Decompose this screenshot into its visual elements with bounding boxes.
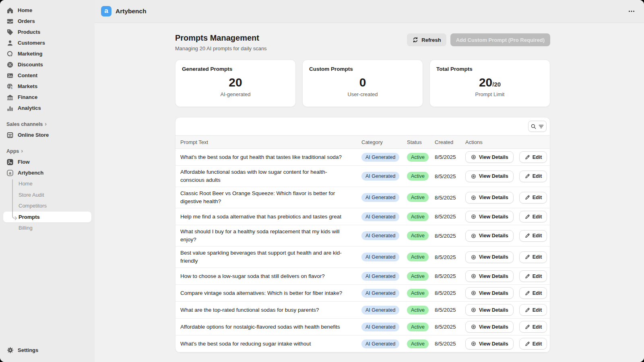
edit-pencil-icon [524, 324, 530, 330]
sidebar-item-home[interactable]: Home [3, 5, 91, 16]
view-details-label: View Details [479, 324, 508, 330]
view-details-label: View Details [479, 233, 508, 239]
sidebar-subitem-store-audit[interactable]: Store Audit [3, 189, 91, 201]
table-row: What should I buy for a healthy soda rep… [175, 225, 550, 247]
sidebar-item-settings[interactable]: Settings [3, 345, 91, 356]
page-content: Prompts Management Managing 20 AI prompt… [95, 23, 644, 362]
sidebar-subitem-home[interactable]: Home [3, 178, 91, 189]
content-icon [6, 72, 14, 79]
apps-label: Apps [6, 148, 19, 154]
view-details-button[interactable]: View Details [465, 338, 514, 350]
sidebar-item-flow[interactable]: Flow [3, 156, 91, 167]
sidebar-item-finance[interactable]: Finance [3, 92, 91, 103]
status-badge: Active [407, 153, 429, 162]
view-details-button[interactable]: View Details [465, 251, 514, 263]
table-row: Best value sparkling beverages that supp… [175, 247, 550, 268]
stat-card-custom: Custom Prompts 0 User-created [302, 60, 423, 107]
table-row: Compare vintage soda alternatives: Which… [175, 285, 550, 302]
edit-label: Edit [533, 195, 542, 200]
category-badge: AI Generated [361, 253, 399, 261]
view-details-button[interactable]: View Details [465, 151, 514, 163]
status-badge: Active [407, 289, 429, 298]
edit-button[interactable]: Edit [519, 338, 547, 350]
edit-button[interactable]: Edit [519, 321, 547, 333]
edit-label: Edit [533, 307, 542, 313]
status-badge: Active [407, 172, 429, 181]
sidebar-item-marketing[interactable]: Marketing [3, 48, 91, 59]
edit-pencil-icon [524, 233, 530, 239]
prompt-text: Affordable options for nostalgic-flavore… [180, 323, 354, 331]
category-badge: AI Generated [361, 193, 399, 202]
table-row: Help me find a soda alternative that has… [175, 208, 550, 225]
column-header-category: Category [361, 139, 407, 145]
sidebar-subitem-billing[interactable]: Billing [3, 222, 91, 234]
sidebar-item-products[interactable]: Products [3, 27, 91, 37]
created-date: 8/5/2025 [435, 195, 465, 201]
sidebar-item-label: Analytics [18, 105, 41, 111]
sidebar-item-customers[interactable]: Customers [3, 37, 91, 48]
add-custom-prompt-button[interactable]: Add Custom Prompt (Pro Required) [450, 33, 550, 46]
edit-pencil-icon [524, 307, 530, 313]
column-header-status: Status [407, 139, 435, 145]
sidebar-item-discounts[interactable]: Discounts [3, 59, 91, 70]
view-details-button[interactable]: View Details [465, 211, 514, 222]
app-brand: a Artybench [101, 6, 147, 16]
sidebar-item-orders[interactable]: Orders [3, 16, 91, 27]
prompt-text: Classic Root Beer vs Orange Squeeze: Whi… [180, 189, 354, 206]
edit-label: Edit [533, 154, 542, 160]
category-badge: AI Generated [361, 339, 399, 348]
view-details-button[interactable]: View Details [465, 321, 514, 333]
edit-button[interactable]: Edit [519, 304, 547, 316]
view-icon [471, 154, 477, 160]
edit-button[interactable]: Edit [519, 151, 547, 163]
view-details-label: View Details [479, 214, 508, 220]
view-details-button[interactable]: View Details [465, 171, 514, 182]
sidebar-item-content[interactable]: Content [3, 70, 91, 81]
view-details-button[interactable]: View Details [465, 270, 514, 282]
sidebar-item-markets[interactable]: $ Markets [3, 81, 91, 92]
subitem-label: Prompts [19, 214, 40, 220]
view-details-button[interactable]: View Details [465, 230, 514, 242]
apps-header[interactable]: Apps › [3, 146, 91, 156]
sidebar-item-online-store[interactable]: Online Store [3, 130, 91, 140]
prompts-table-card: Prompt Text Category Status Created Acti… [175, 117, 550, 353]
view-details-button[interactable]: View Details [465, 304, 514, 316]
view-icon [471, 214, 477, 220]
edit-button[interactable]: Edit [519, 251, 547, 263]
edit-button[interactable]: Edit [519, 287, 547, 299]
stat-title: Custom Prompts [309, 66, 416, 72]
edit-button[interactable]: Edit [519, 211, 547, 222]
ellipsis-icon [628, 8, 635, 15]
sidebar-subitem-prompts[interactable]: Prompts [3, 212, 91, 223]
sidebar-subitem-competitors[interactable]: Competitors [3, 200, 91, 212]
edit-button[interactable]: Edit [519, 230, 547, 242]
view-details-button[interactable]: View Details [465, 287, 514, 299]
category-badge: AI Generated [361, 212, 399, 221]
edit-button[interactable]: Edit [519, 270, 547, 282]
view-icon [471, 173, 477, 179]
status-badge: Active [407, 212, 429, 221]
search-filter-button[interactable] [528, 121, 547, 132]
prompt-text: Compare vintage soda alternatives: Which… [180, 289, 354, 297]
table-row: Affordable options for nostalgic-flavore… [175, 319, 550, 335]
sidebar-item-label: Markets [18, 83, 37, 89]
finance-icon [6, 94, 14, 101]
page-header-text: Prompts Management Managing 20 AI prompt… [175, 33, 267, 51]
more-menu-button[interactable] [628, 8, 635, 15]
edit-label: Edit [533, 341, 542, 347]
column-header-created: Created [435, 139, 465, 145]
view-details-label: View Details [479, 307, 508, 313]
edit-pencil-icon [524, 195, 530, 200]
sidebar-item-analytics[interactable]: Analytics [3, 103, 91, 113]
edit-pencil-icon [524, 154, 530, 160]
view-details-button[interactable]: View Details [465, 192, 514, 204]
edit-button[interactable]: Edit [519, 192, 547, 204]
refresh-button[interactable]: Refresh [407, 33, 446, 46]
status-badge: Active [407, 306, 429, 315]
edit-pencil-icon [524, 254, 530, 260]
table-row: What's the best soda for reducing sugar … [175, 335, 550, 352]
chevron-right-icon: › [45, 121, 47, 127]
sales-channels-header[interactable]: Sales channels › [3, 119, 91, 130]
edit-button[interactable]: Edit [519, 171, 547, 182]
sidebar-item-artybench[interactable]: a Artybench [3, 167, 91, 178]
